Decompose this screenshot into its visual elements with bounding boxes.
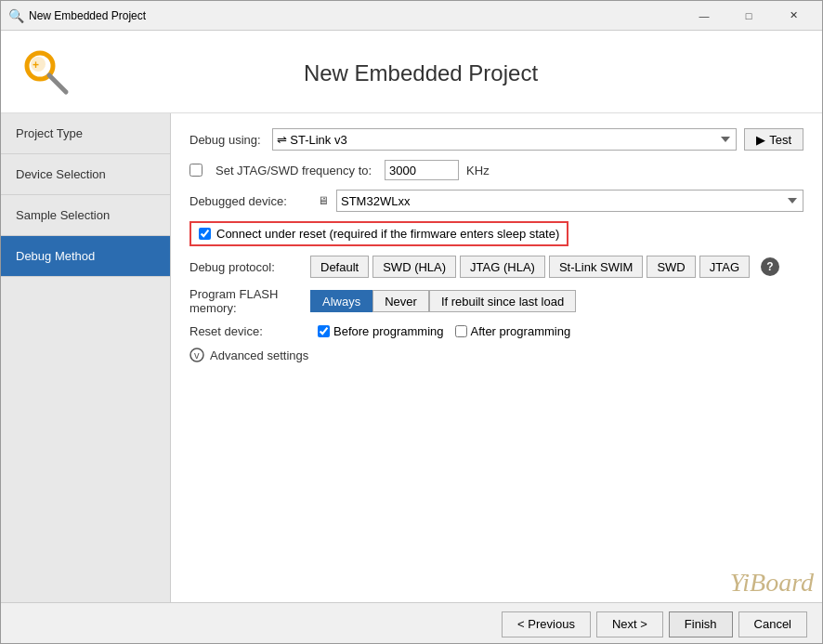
connect-reset-label: Connect under reset (required if the fir… [216, 227, 559, 241]
cancel-button[interactable]: Cancel [738, 611, 807, 637]
after-programming-label: After programming [471, 324, 571, 338]
protocol-jtag-hla-button[interactable]: JTAG (HLA) [460, 256, 545, 278]
debug-protocol-row: Debug protocol: Default SWD (HLA) JTAG (… [189, 256, 803, 278]
jtag-freq-label: Set JTAG/SWD frequency to: [216, 164, 372, 177]
minimize-button[interactable]: — [683, 1, 725, 31]
previous-button[interactable]: < Previous [502, 611, 591, 637]
window-controls: — □ ✕ [683, 1, 815, 31]
protocol-swd-hla-button[interactable]: SWD (HLA) [372, 256, 456, 278]
flash-options: Always Never If rebuilt since last load [310, 290, 576, 312]
sidebar: Project Type Device Selection Sample Sel… [1, 113, 171, 602]
advanced-settings-icon: v [189, 348, 204, 362]
flash-always-button[interactable]: Always [310, 290, 372, 312]
before-programming-checkbox[interactable] [318, 325, 330, 337]
test-label: Test [769, 133, 791, 147]
protocol-default-button[interactable]: Default [310, 256, 369, 278]
jtag-freq-checkbox[interactable] [189, 164, 202, 177]
before-programming-option[interactable]: Before programming [318, 324, 444, 338]
watermark: YiBoard [730, 568, 814, 598]
debugged-device-row: Debugged device: 🖥 STM32WLxx [189, 190, 803, 212]
jtag-freq-row: Set JTAG/SWD frequency to: KHz [189, 160, 803, 180]
play-icon: ▶ [756, 133, 765, 147]
svg-text:+: + [33, 59, 39, 72]
page-title: New Embedded Project [94, 60, 822, 86]
footer: < Previous Next > Finish Cancel [1, 602, 822, 644]
jtag-freq-input[interactable] [385, 160, 459, 180]
protocol-swd-button[interactable]: SWD [647, 256, 695, 278]
main-content: Debug using: ⇌ ST-Link v3 ▶ Test Set JTA… [171, 113, 822, 602]
debug-using-row: Debug using: ⇌ ST-Link v3 ▶ Test [189, 128, 803, 151]
device-icon: 🖥 [318, 194, 329, 207]
after-programming-checkbox[interactable] [455, 325, 467, 337]
help-icon[interactable]: ? [761, 257, 779, 276]
flash-rebuilt-button[interactable]: If rebuilt since last load [429, 290, 576, 312]
debug-using-label: Debug using: [189, 133, 261, 147]
sidebar-item-device-selection[interactable]: Device Selection [1, 154, 170, 195]
reset-device-row: Reset device: Before programming After p… [189, 324, 803, 338]
svg-line-1 [49, 75, 66, 92]
reset-options: Before programming After programming [318, 324, 570, 338]
close-button[interactable]: ✕ [772, 1, 815, 31]
debug-protocol-label: Debug protocol: [189, 260, 310, 274]
finish-button[interactable]: Finish [669, 611, 733, 637]
content-area: Project Type Device Selection Sample Sel… [1, 113, 822, 602]
protocol-stlink-swim-button[interactable]: St-Link SWIM [549, 256, 643, 278]
flash-never-button[interactable]: Never [372, 290, 429, 312]
after-programming-option[interactable]: After programming [455, 324, 571, 338]
before-programming-label: Before programming [333, 324, 444, 338]
app-icon: 🔍 [8, 8, 23, 23]
debugged-device-label: Debugged device: [189, 194, 310, 208]
debug-using-select[interactable]: ⇌ ST-Link v3 [272, 128, 738, 151]
advanced-settings-row[interactable]: v Advanced settings [189, 348, 803, 362]
sidebar-item-project-type[interactable]: Project Type [1, 113, 170, 154]
next-button[interactable]: Next > [596, 611, 663, 637]
test-button[interactable]: ▶ Test [744, 128, 803, 151]
program-flash-label: Program FLASH memory: [189, 287, 310, 315]
maximize-button[interactable]: □ [727, 1, 770, 31]
sidebar-item-debug-method[interactable]: Debug Method [1, 236, 170, 277]
main-window: + New Embedded Project Project Type Devi… [1, 31, 822, 644]
connect-reset-checkbox[interactable] [199, 228, 211, 240]
reset-device-label: Reset device: [189, 324, 310, 338]
window-title: New Embedded Project [29, 9, 683, 22]
debugged-device-select[interactable]: STM32WLxx [336, 190, 803, 212]
sidebar-item-sample-selection[interactable]: Sample Selection [1, 195, 170, 236]
advanced-settings-label: Advanced settings [210, 348, 308, 362]
header-icon: + [20, 46, 75, 101]
protocol-jtag-button[interactable]: JTAG [699, 256, 750, 278]
titlebar: 🔍 New Embedded Project — □ ✕ [1, 1, 822, 31]
jtag-freq-unit: KHz [466, 164, 490, 177]
svg-text:v: v [194, 349, 200, 361]
connect-reset-box: Connect under reset (required if the fir… [189, 221, 568, 246]
header: + New Embedded Project [1, 31, 822, 113]
protocol-options: Default SWD (HLA) JTAG (HLA) St-Link SWI… [310, 256, 779, 278]
program-flash-row: Program FLASH memory: Always Never If re… [189, 287, 803, 315]
